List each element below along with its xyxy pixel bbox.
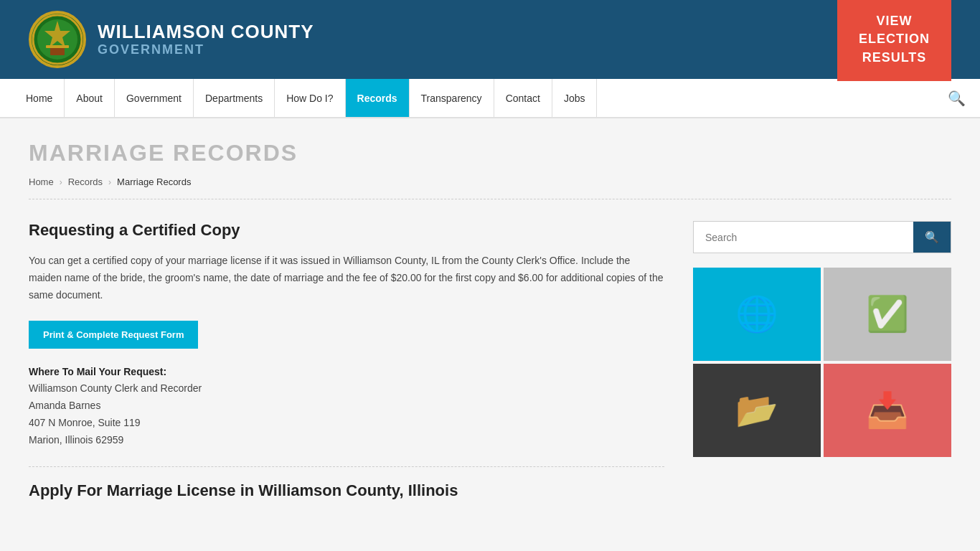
site-header: WILLIAMSON COUNTY GOVERNMENT VIEW ELECTI… [0, 0, 980, 79]
election-results-button[interactable]: VIEW ELECTION RESULTS [837, 0, 951, 81]
main-column: Requesting a Certified Copy You can get … [29, 221, 664, 500]
gov-label: GOVERNMENT [98, 42, 314, 57]
county-seal [29, 11, 86, 68]
globe-icon: 🌐 [735, 294, 778, 334]
nav-contact[interactable]: Contact [494, 79, 552, 117]
download-icon: 📥 [866, 390, 909, 430]
nav-about[interactable]: About [65, 79, 115, 117]
page-title: MARRIAGE RECORDS [29, 140, 951, 166]
mail-line3: 407 N Monroe, Suite 119 [29, 415, 664, 432]
page-content: MARRIAGE RECORDS Home › Records › Marria… [0, 118, 980, 529]
nav-departments[interactable]: Departments [194, 79, 275, 117]
search-box: 🔍 [693, 221, 951, 253]
search-input[interactable] [694, 223, 913, 252]
county-name: WILLIAMSON COUNTY [98, 22, 314, 42]
sidebar-tiles: 🌐 ✅ 📂 📥 [693, 268, 951, 457]
logo-text: WILLIAMSON COUNTY GOVERNMENT [98, 22, 314, 57]
search-button[interactable]: 🔍 [913, 222, 951, 253]
mail-line4: Marion, Illinois 62959 [29, 432, 664, 449]
mail-label: Where To Mail Your Request: [29, 366, 664, 377]
divider-bottom [29, 466, 664, 467]
nav-search-icon[interactable]: 🔍 [948, 90, 966, 107]
breadcrumb-records[interactable]: Records [68, 176, 103, 187]
nav-records[interactable]: Records [346, 79, 410, 117]
sidebar: 🔍 🌐 ✅ 📂 📥 [693, 221, 951, 500]
logo-area: WILLIAMSON COUNTY GOVERNMENT [29, 11, 314, 68]
folder-icon: 📂 [735, 390, 778, 430]
tile-dark[interactable]: 📂 [693, 364, 821, 457]
main-nav: Home About Government Departments How Do… [0, 79, 980, 118]
nav-home[interactable]: Home [14, 79, 65, 117]
body-text: You can get a certified copy of your mar… [29, 253, 664, 303]
tile-red[interactable]: 📥 [824, 364, 951, 457]
mail-body: Williamson County Clerk and Recorder Ama… [29, 380, 664, 448]
nav-government[interactable]: Government [115, 79, 194, 117]
breadcrumb-sep1: › [60, 177, 62, 187]
nav-howdoi[interactable]: How Do I? [275, 79, 345, 117]
check-icon: ✅ [866, 294, 909, 334]
divider-top [29, 199, 951, 199]
breadcrumb: Home › Records › Marriage Records [29, 176, 951, 187]
breadcrumb-sep2: › [108, 177, 111, 187]
apply-title: Apply For Marriage License in Williamson… [29, 481, 664, 500]
mail-section: Where To Mail Your Request: Williamson C… [29, 366, 664, 448]
breadcrumb-home[interactable]: Home [29, 176, 54, 187]
svg-rect-3 [46, 45, 69, 48]
nav-transparency[interactable]: Transparency [410, 79, 494, 117]
nav-jobs[interactable]: Jobs [552, 79, 598, 117]
mail-line2: Amanda Barnes [29, 397, 664, 415]
tile-gray[interactable]: ✅ [824, 268, 951, 361]
mail-line1: Williamson County Clerk and Recorder [29, 380, 664, 397]
tile-blue[interactable]: 🌐 [693, 268, 821, 361]
main-layout: Requesting a Certified Copy You can get … [29, 221, 951, 500]
breadcrumb-current: Marriage Records [117, 176, 191, 187]
print-form-button[interactable]: Print & Complete Request Form [29, 321, 198, 349]
section-title: Requesting a Certified Copy [29, 221, 664, 240]
